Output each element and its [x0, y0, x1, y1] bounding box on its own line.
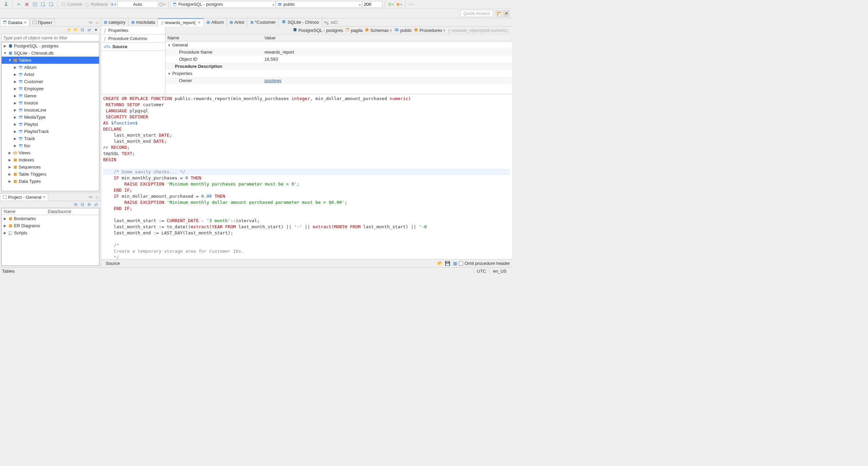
maximize-icon[interactable]: □ — [95, 194, 100, 200]
chevron-down-icon[interactable]: ▼ — [443, 29, 446, 32]
perspective-icon[interactable] — [496, 11, 502, 17]
link-icon[interactable]: ⊕ — [86, 202, 92, 207]
project-tree[interactable]: Name DataSource ▶Bookmarks ▶ER Diagrams … — [1, 208, 99, 266]
rollback-button[interactable]: Rollback — [85, 2, 107, 7]
nav-back-icon[interactable]: ⟸ — [408, 1, 415, 8]
tree-item-invoiceline[interactable]: ▶InvoiceLine — [2, 106, 99, 114]
commit-button[interactable]: Commit — [61, 2, 82, 7]
vtab-source[interactable]: <T>Source — [101, 42, 165, 51]
bc-database[interactable]: pagila — [345, 27, 363, 33]
prop-group-general[interactable]: ▼General — [165, 41, 512, 48]
new-sql-icon[interactable] — [40, 1, 46, 8]
maximize-icon[interactable]: □ — [95, 20, 100, 25]
tree-filter-input[interactable] — [1, 34, 99, 41]
tree-item-sequences[interactable]: ▶Sequences — [2, 163, 99, 171]
bc-public[interactable]: public — [394, 27, 412, 33]
new-sql2-icon[interactable] — [48, 1, 55, 8]
tab-mockdata[interactable]: ▦mockdata — [129, 18, 158, 26]
tree-item-customer[interactable]: ▶Customer — [2, 78, 99, 85]
limit-input[interactable] — [362, 1, 382, 8]
tab-sqlite[interactable]: SQLite - Chinoo — [279, 18, 322, 26]
tab-rewards-report[interactable]: ƒrewards_report(✕ — [158, 18, 204, 26]
maximize-icon[interactable]: □ — [335, 20, 337, 25]
tree-item-sqlite[interactable]: ▼SQLite - Chinook.db — [2, 50, 99, 57]
tree-item-postgresql[interactable]: ▶PostgreSQL - postgres — [2, 42, 99, 50]
menu-icon[interactable]: ▾ — [93, 27, 99, 33]
bc-procedures[interactable]: Procedures▼ — [414, 27, 446, 33]
status-locale[interactable]: en_US — [489, 269, 510, 274]
database-navigator-tab[interactable]: Databa✕ — [0, 19, 29, 26]
settings-icon[interactable]: ⚙ — [73, 202, 78, 207]
owner-link[interactable]: postgres — [264, 78, 281, 83]
new-connection-icon[interactable] — [3, 1, 9, 8]
tree-item-scripts[interactable]: ▶Scripts — [2, 229, 99, 236]
source-tab[interactable]: Source — [103, 260, 122, 267]
tree-item-album[interactable]: ▶Album — [2, 64, 99, 71]
col-name-header[interactable]: Name — [165, 35, 262, 41]
grid-icon[interactable]: ▦ — [452, 260, 458, 267]
tree-item-tables[interactable]: ▼Tables — [2, 57, 99, 64]
connect-icon[interactable]: ⚡ — [66, 27, 72, 33]
txn-mode-dropdown[interactable]: Auto — [117, 1, 158, 8]
database-tree[interactable]: ▶PostgreSQL - postgres ▼SQLite - Chinook… — [1, 42, 99, 191]
stop-icon[interactable]: ▾ — [396, 1, 402, 8]
project-general-tab[interactable]: Project - General✕ — [0, 193, 48, 201]
tree-item-foo[interactable]: ▶foo — [2, 142, 99, 149]
prop-object-id[interactable]: Object ID16,583 — [165, 56, 512, 63]
schema-dropdown[interactable]: public▾ — [276, 1, 362, 8]
bc-procedure[interactable]: ƒrewards_report(int4,numeric) — [448, 28, 508, 33]
vtab-procedure-columns[interactable]: ƒProcedure Columns — [101, 35, 165, 42]
collapse-icon[interactable]: ⊟ — [80, 202, 85, 207]
prop-group-properties[interactable]: ▼Properties — [165, 70, 512, 77]
open-folder-icon[interactable]: 📂 — [437, 260, 443, 267]
close-icon[interactable]: ✕ — [24, 20, 27, 25]
sql-editor-icon[interactable] — [32, 1, 38, 8]
col-value-header[interactable]: Value — [262, 35, 277, 41]
dbeaver-perspective-icon[interactable] — [503, 11, 509, 17]
tree-item-datatypes[interactable]: ▶Data Types — [2, 178, 99, 185]
prop-owner[interactable]: Ownerpostgres — [165, 77, 512, 84]
refresh-icon[interactable]: ▾ — [388, 1, 394, 8]
projects-tab[interactable]: Проект — [30, 19, 55, 26]
close-icon[interactable]: ✕ — [198, 20, 201, 25]
tree-item-views[interactable]: ▶Views — [2, 149, 99, 156]
connect-icon[interactable] — [15, 1, 22, 8]
minimize-icon[interactable]: ▭ — [331, 20, 335, 25]
quick-access-input[interactable]: Quick Access — [460, 10, 493, 17]
tree-item-playlist[interactable]: ▶Playlist — [2, 121, 99, 128]
tree-item-genre[interactable]: ▶Genre — [2, 92, 99, 99]
tab-album[interactable]: ▦Album — [204, 18, 227, 26]
tree-item-track[interactable]: ▶Track — [2, 135, 99, 142]
link2-icon[interactable]: ⇄ — [93, 202, 99, 207]
col-datasource-header[interactable]: DataSource — [46, 208, 73, 215]
minimize-icon[interactable]: ▭ — [88, 194, 93, 200]
disconnect-icon[interactable] — [23, 1, 30, 8]
tab-artist[interactable]: ▦Artist — [227, 18, 248, 26]
txn-mode-icon[interactable]: ▾ — [110, 1, 117, 8]
tree-item-bookmarks[interactable]: ▶Bookmarks — [2, 215, 99, 222]
bc-schemas[interactable]: Schemas▼ — [364, 27, 392, 33]
tree-item-employee[interactable]: ▶Employee — [2, 85, 99, 92]
prop-procedure-name[interactable]: Procedure Namerewards_report — [165, 48, 512, 56]
prop-description[interactable]: Procedure Description — [165, 63, 512, 70]
history-icon[interactable]: ▾ — [159, 1, 165, 8]
col-name-header[interactable]: Name — [2, 208, 46, 215]
tab-customer[interactable]: ▦*Customer — [248, 18, 279, 26]
tree-item-indexes[interactable]: ▶Indexes — [2, 156, 99, 163]
more-tabs[interactable]: »5 — [322, 19, 331, 26]
source-editor[interactable]: CREATE OR REPLACE FUNCTION public.reward… — [101, 94, 512, 259]
new-folder-icon[interactable]: 📁 — [73, 27, 78, 33]
tree-item-mediatype[interactable]: ▶MediaType — [2, 114, 99, 121]
bc-connection[interactable]: PostgreSQL - postgres — [293, 27, 343, 33]
tree-item-playlisttrack[interactable]: ▶PlaylistTrack — [2, 128, 99, 135]
minimize-icon[interactable]: ▭ — [88, 20, 93, 25]
vtab-properties[interactable]: ƒProperties — [101, 26, 165, 35]
tree-item-er-diagrams[interactable]: ▶ER Diagrams — [2, 222, 99, 229]
link-icon[interactable]: ⇄ — [86, 27, 92, 33]
tab-category[interactable]: ▦category — [101, 18, 129, 26]
tree-item-triggers[interactable]: ▶Table Triggers — [2, 171, 99, 178]
close-icon[interactable]: ✕ — [43, 195, 46, 199]
omit-header-checkbox[interactable]: Omit procedure header — [459, 261, 510, 266]
chevron-down-icon[interactable]: ▼ — [390, 29, 393, 32]
tree-item-invoice[interactable]: ▶Invoice — [2, 99, 99, 106]
